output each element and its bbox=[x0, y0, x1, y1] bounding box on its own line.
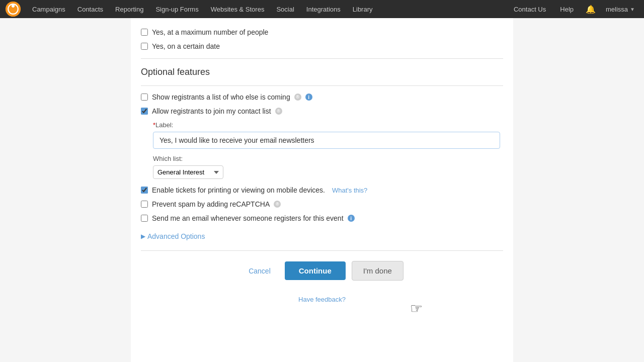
which-list-label: Which list: bbox=[153, 155, 503, 162]
svg-point-2 bbox=[12, 5, 15, 8]
nav-items: Campaigns Contacts Reporting Sign-up For… bbox=[26, 0, 508, 18]
nav-social[interactable]: Social bbox=[270, 0, 300, 18]
label-input[interactable] bbox=[153, 132, 500, 149]
feedback-link[interactable]: Have feedback? bbox=[141, 296, 503, 303]
show-registrants-info-icon[interactable]: i bbox=[305, 94, 312, 101]
nav-integrations[interactable]: Integrations bbox=[300, 0, 347, 18]
nav-campaigns[interactable]: Campaigns bbox=[26, 0, 71, 18]
allow-registrants-row: Allow registrants to join my contact lis… bbox=[141, 107, 503, 115]
advanced-options-label: Advanced Options bbox=[147, 232, 205, 240]
show-registrants-checkbox[interactable] bbox=[141, 94, 148, 101]
nav-contacts[interactable]: Contacts bbox=[71, 0, 109, 18]
prevent-spam-checkbox[interactable] bbox=[141, 201, 148, 208]
username-label: melissa bbox=[606, 6, 628, 13]
max-people-checkbox[interactable] bbox=[141, 29, 148, 36]
max-people-row: Yes, at a maximum number of people bbox=[141, 28, 503, 36]
nav-right: Contact Us Help 🔔 melissa ▼ bbox=[508, 0, 639, 18]
chevron-down-icon: ▼ bbox=[630, 7, 635, 12]
done-button[interactable]: I'm done bbox=[352, 261, 404, 281]
whats-this-link[interactable]: What's this? bbox=[332, 187, 367, 194]
button-row: Cancel Continue I'm done bbox=[141, 261, 503, 281]
nav-signup-forms[interactable]: Sign-up Forms bbox=[149, 0, 204, 18]
send-email-row: Send me an email whenever someone regist… bbox=[141, 214, 503, 222]
enable-tickets-row: Enable tickets for printing or viewing o… bbox=[141, 186, 503, 194]
user-menu[interactable]: melissa ▼ bbox=[602, 6, 639, 13]
nav-contact-us[interactable]: Contact Us bbox=[508, 0, 552, 18]
allow-registrants-badge-icon: ® bbox=[275, 108, 282, 115]
send-email-checkbox[interactable] bbox=[141, 215, 148, 222]
advanced-options-toggle[interactable]: ▶ Advanced Options bbox=[141, 232, 503, 240]
pro-badge-icon: ® bbox=[294, 94, 301, 101]
send-email-label: Send me an email whenever someone regist… bbox=[152, 214, 344, 222]
spam-badge-icon: ® bbox=[274, 201, 281, 208]
allow-registrants-label: Allow registrants to join my contact lis… bbox=[152, 107, 271, 115]
page-content: Yes, at a maximum number of people Yes, … bbox=[131, 18, 513, 362]
certain-date-row: Yes, on a certain date bbox=[141, 42, 503, 50]
continue-button[interactable]: Continue bbox=[285, 261, 346, 280]
nav-reporting[interactable]: Reporting bbox=[109, 0, 149, 18]
max-people-label: Yes, at a maximum number of people bbox=[152, 28, 268, 36]
nav-library[interactable]: Library bbox=[347, 0, 379, 18]
enable-tickets-checkbox[interactable] bbox=[141, 187, 148, 194]
allow-registrants-checkbox[interactable] bbox=[141, 108, 148, 115]
show-registrants-label: Show registrants a list of who else is c… bbox=[152, 93, 290, 101]
enable-tickets-label: Enable tickets for printing or viewing o… bbox=[152, 186, 325, 194]
cancel-button[interactable]: Cancel bbox=[240, 263, 279, 279]
certain-date-label: Yes, on a certain date bbox=[152, 42, 220, 50]
contact-list-subsection: *Label: Which list: General Interest bbox=[153, 121, 503, 179]
nav-websites-stores[interactable]: Websites & Stores bbox=[205, 0, 271, 18]
section-divider bbox=[141, 85, 503, 86]
optional-features-title: Optional features bbox=[141, 67, 503, 77]
label-field-text: Label: bbox=[155, 121, 173, 129]
bottom-divider bbox=[141, 250, 503, 251]
send-email-info-icon[interactable]: i bbox=[348, 215, 355, 222]
show-registrants-row: Show registrants a list of who else is c… bbox=[141, 93, 503, 101]
feedback-label: Have feedback? bbox=[298, 296, 346, 303]
nav-help[interactable]: Help bbox=[554, 0, 580, 18]
prevent-spam-row: Prevent spam by adding reCAPTCHA ® bbox=[141, 200, 503, 208]
top-divider bbox=[141, 58, 503, 59]
list-select[interactable]: General Interest bbox=[153, 165, 223, 179]
bell-icon[interactable]: 🔔 bbox=[582, 5, 600, 14]
logo-icon[interactable] bbox=[5, 1, 21, 17]
label-field-label: *Label: bbox=[153, 121, 503, 129]
certain-date-checkbox[interactable] bbox=[141, 43, 148, 50]
prevent-spam-label: Prevent spam by adding reCAPTCHA bbox=[152, 200, 270, 208]
arrow-right-icon: ▶ bbox=[141, 233, 145, 240]
navbar: Campaigns Contacts Reporting Sign-up For… bbox=[0, 0, 644, 18]
